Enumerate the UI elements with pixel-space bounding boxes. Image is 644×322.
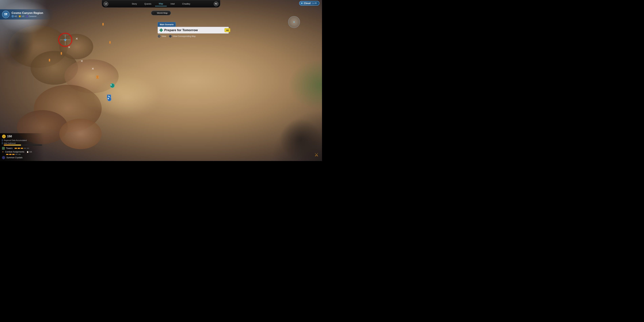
nav-item-story[interactable]: Story bbox=[128, 2, 140, 6]
regional-data-label: Regional Data Accumulated bbox=[2, 139, 42, 141]
region-icon: 🗺 bbox=[2, 11, 10, 18]
combat-count: 6/6 bbox=[29, 151, 32, 153]
stat-shield: 🛡 4/5 bbox=[12, 15, 17, 18]
currency-amount: 150 bbox=[7, 135, 12, 138]
map-icon-crystal: ◆ bbox=[107, 96, 112, 102]
combat-count-container: 📋 6/6 bbox=[26, 151, 32, 153]
quest-level-badge: 44 bbox=[224, 28, 230, 32]
character-badge: Cloud Lv.46 bbox=[299, 1, 320, 6]
combat-assignments-row: ✕ Combat Assignments 📋 6/6 bbox=[2, 150, 42, 154]
map-icon-chest: ⬡ bbox=[95, 74, 100, 80]
character-level: Lv.46 bbox=[312, 2, 317, 4]
combat-list-icon: 📋 bbox=[26, 151, 29, 153]
region-info: Cosmo Canyon Region 🛡 4/5 ⭐ 1/3 👤 Camero… bbox=[12, 11, 43, 18]
map-icon-enemy-2: ! bbox=[108, 40, 112, 45]
person-icon: 👤 bbox=[26, 15, 28, 18]
navigation-bar: L2 Story Quests Map Intel Chadley R2 bbox=[102, 0, 220, 8]
intel-bar-track bbox=[4, 144, 42, 146]
nav-item-intel[interactable]: Intel bbox=[167, 2, 178, 6]
world-map-label: World Map bbox=[157, 12, 168, 14]
person-name: Cameron bbox=[29, 15, 36, 17]
shield-icon: 🛡 bbox=[12, 15, 14, 18]
summon-label: Summon Crystals bbox=[6, 156, 22, 159]
nav-item-chadley[interactable]: Chadley bbox=[178, 2, 194, 6]
stat-star: ⭐ 1/3 bbox=[19, 15, 24, 18]
region-name: Cosmo Canyon Region bbox=[12, 11, 43, 15]
region-header: 🗺 Cosmo Canyon Region 🛡 4/5 ⭐ 1/3 👤 Came… bbox=[0, 9, 54, 20]
view-label: View bbox=[162, 35, 166, 38]
bottom-hud: ⊙ 150 Regional Data Accumulated Intel Ga… bbox=[0, 133, 44, 161]
region-stats: 🛡 4/5 ⭐ 1/3 👤 Cameron bbox=[12, 15, 43, 18]
bottom-right-sword-icon: ⚔ bbox=[314, 152, 318, 158]
combat-dots bbox=[6, 154, 42, 155]
intel-bar-fill bbox=[4, 144, 21, 146]
towers-label: Towers bbox=[6, 147, 12, 150]
quest-controls: ✕ View □ View Corresponding Map bbox=[158, 35, 196, 38]
terrain-rock-7 bbox=[59, 119, 102, 149]
nav-items-container: Story Quests Map Intel Chadley bbox=[108, 1, 214, 6]
x-marker-4: ✕ bbox=[92, 67, 94, 71]
nav-item-quests[interactable]: Quests bbox=[141, 2, 155, 6]
player-position bbox=[58, 33, 72, 46]
x-marker-1: ✕ bbox=[76, 37, 78, 41]
stat-person: 👤 Cameron bbox=[26, 15, 36, 18]
character-name: Cloud bbox=[304, 2, 311, 4]
regional-data-bar: Regional Data Accumulated bbox=[2, 139, 42, 141]
quest-category-text: Main Scenario bbox=[160, 24, 174, 26]
tower-dot-5 bbox=[27, 148, 29, 149]
combat-dot-3 bbox=[12, 154, 14, 155]
l2-button[interactable]: L2 bbox=[104, 2, 108, 6]
cursor-cross bbox=[60, 35, 70, 45]
quest-ctrl-view[interactable]: ✕ View bbox=[158, 35, 166, 38]
combat-dot-4 bbox=[15, 154, 18, 155]
map-icon-enemy-4: ! bbox=[47, 58, 52, 63]
char-indicator bbox=[301, 2, 302, 4]
quest-category: Main Scenario bbox=[158, 22, 176, 27]
tower-dot-4 bbox=[24, 148, 26, 149]
star-count: 1/3 bbox=[22, 15, 24, 17]
x-button-icon: ✕ bbox=[158, 35, 161, 38]
world-map-button[interactable]: ≡ World Map bbox=[151, 10, 171, 16]
quest-level-number: 44 bbox=[226, 29, 228, 32]
quest-ctrl-map[interactable]: □ View Corresponding Map bbox=[169, 35, 196, 38]
currency-row: ⊙ 150 bbox=[2, 134, 42, 138]
combat-label: Combat Assignments bbox=[5, 151, 24, 153]
quest-title-row: Prepare for Tomorrow 44 bbox=[158, 27, 229, 34]
towers-row: ✓ Towers bbox=[2, 146, 42, 150]
tower-dot-2 bbox=[18, 148, 20, 149]
map-icon-enemy-3: ! bbox=[59, 51, 64, 56]
x-marker-3: ✕ bbox=[80, 59, 83, 63]
r2-button[interactable]: R2 bbox=[214, 2, 218, 6]
towers-check-icon: ✓ bbox=[2, 147, 5, 150]
towers-dots bbox=[14, 148, 29, 149]
quest-panel: Main Scenario Prepare for Tomorrow 44 bbox=[158, 22, 229, 34]
map-icon-enemy-1: ! bbox=[100, 22, 106, 27]
nav-item-map[interactable]: Map bbox=[155, 1, 167, 6]
square-button-icon: □ bbox=[169, 35, 172, 38]
combat-dot-5 bbox=[18, 154, 21, 155]
combat-dot-1 bbox=[6, 154, 8, 155]
star-icon: ⭐ bbox=[19, 15, 21, 18]
intel-bar: Intel Gathered bbox=[2, 142, 42, 146]
currency-icon: ⊙ bbox=[2, 134, 6, 138]
minimap-player-dot bbox=[294, 22, 294, 22]
summon-crystal-icon: ⬡ bbox=[2, 156, 5, 159]
green-area bbox=[288, 59, 322, 110]
tower-dot-1 bbox=[14, 148, 17, 149]
corresponding-map-label: View Corresponding Map bbox=[173, 35, 196, 38]
combat-dot-2 bbox=[9, 154, 12, 155]
shield-count: 4/5 bbox=[14, 15, 17, 17]
minimap-circle bbox=[288, 16, 300, 28]
world-map-icon: ≡ bbox=[154, 12, 156, 14]
intel-label: Intel Gathered bbox=[2, 142, 42, 144]
map-icon-teal: ♣ bbox=[110, 83, 115, 88]
tower-dot-3 bbox=[21, 148, 23, 149]
combat-x-icon: ✕ bbox=[2, 151, 4, 153]
quest-diamond-icon bbox=[159, 28, 163, 32]
quest-title: Prepare for Tomorrow bbox=[164, 28, 198, 32]
summon-crystals-row: ⬡ Summon Crystals bbox=[2, 156, 42, 160]
